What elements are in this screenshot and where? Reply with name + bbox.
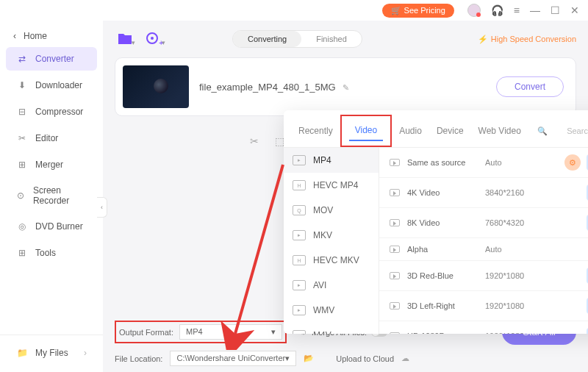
preset-row[interactable]: 3D Red-Blue1920*1080⧉ <box>379 261 588 291</box>
high-speed-conversion[interactable]: ⚡ High Speed Conversion <box>478 35 576 44</box>
output-format-highlight: Output Format: MP4 ▾ <box>115 321 287 343</box>
sidebar-item-my-files[interactable]: 📁My Files› <box>6 341 97 365</box>
sidebar-item-screen-recorder[interactable]: ⊙Screen Recorder <box>6 179 97 212</box>
popup-tab-video[interactable]: Video <box>349 121 383 141</box>
search-icon: 🔍 <box>530 122 555 140</box>
popup-tab-device[interactable]: Device <box>429 121 471 140</box>
sidebar-item-tools[interactable]: ⊞Tools <box>6 241 97 265</box>
video-thumbnail[interactable] <box>123 65 189 108</box>
trim-icon[interactable]: ✂ <box>250 135 259 147</box>
close-icon[interactable]: ✕ <box>570 4 579 16</box>
home-link[interactable]: ‹ Home <box>0 26 103 46</box>
sidebar-item-label: Merger <box>35 160 63 170</box>
settings-icon[interactable]: ⚙ <box>564 154 581 171</box>
popup-tab-video-highlight: Video <box>340 115 392 147</box>
preset-row[interactable]: Same as sourceAuto⚙⧉ <box>379 148 588 178</box>
file-name: file_example_MP4_480_1_5MG <box>199 82 336 93</box>
preset-name: 3D Left-Right <box>407 301 478 310</box>
preset-resolution: 1920*1080 <box>485 271 537 280</box>
output-format-select[interactable]: MP4 ▾ <box>179 324 282 340</box>
format-item-hevc-mkv[interactable]: HHEVC MKV <box>284 248 379 273</box>
format-item-avi[interactable]: ▸AVI <box>284 273 379 298</box>
format-icon: H <box>293 180 306 190</box>
format-label: MOV <box>313 205 333 215</box>
sidebar-item-editor[interactable]: ✂Editor <box>6 126 97 150</box>
format-item-mp4[interactable]: ▸MP4 <box>284 148 379 173</box>
home-label: Home <box>24 31 47 41</box>
see-pricing-button[interactable]: 🛒 See Pricing <box>382 4 454 18</box>
collapse-sidebar-button[interactable]: ‹ <box>97 197 107 218</box>
format-item-m4v[interactable]: ▸M4V <box>284 323 379 334</box>
play-icon <box>390 219 400 226</box>
preset-row[interactable]: HD 1080P1920*1080⧉ <box>379 321 588 334</box>
preset-row[interactable]: 8K Video7680*4320⧉ <box>379 208 588 238</box>
preset-row[interactable]: 4K Video3840*2160⧉ <box>379 178 588 208</box>
preset-name: 8K Video <box>407 218 478 227</box>
format-icon: Q <box>293 205 306 215</box>
edit-name-icon[interactable]: ✎ <box>343 83 349 92</box>
maximize-icon[interactable]: ☐ <box>551 4 560 16</box>
preset-resolution: 1920*1080 <box>485 301 537 310</box>
compressor-icon: ⊟ <box>16 106 28 118</box>
popup-search[interactable]: 🔍 Search <box>530 122 588 140</box>
search-placeholder: Search <box>559 122 588 140</box>
cloud-icon[interactable]: ☁ <box>401 354 409 363</box>
sidebar-item-dvd-burner[interactable]: ◎DVD Burner <box>6 215 97 238</box>
bottombar-row2: File Location: C:\Wondershare UniConvert… <box>115 351 576 366</box>
format-item-mov[interactable]: QMOV <box>284 198 379 223</box>
preset-resolution: 1920*1080 <box>485 332 537 334</box>
tab-finished[interactable]: Finished <box>301 31 362 47</box>
format-icon: ▸ <box>293 155 306 165</box>
high-speed-label: High Speed Conversion <box>491 35 576 43</box>
chevron-left-icon: ‹ <box>13 31 16 41</box>
converter-icon: ⇄ <box>16 53 28 65</box>
preset-row[interactable]: 3D Left-Right1920*1080⧉ <box>379 291 588 321</box>
see-pricing-label: See Pricing <box>404 6 445 15</box>
format-item-hevc-mp4[interactable]: HHEVC MP4 <box>284 173 379 198</box>
sidebar-item-converter[interactable]: ⇄Converter <box>6 47 97 71</box>
sidebar-item-label: My Files <box>35 348 68 358</box>
format-label: HEVC MP4 <box>313 180 358 190</box>
sidebar: ‹ Home ⇄Converter ⬇Downloader ⊟Compresso… <box>0 21 103 372</box>
file-location-select[interactable]: C:\Wondershare UniConverter ▾ <box>170 351 296 366</box>
preset-name: 3D Red-Blue <box>407 271 478 280</box>
support-icon[interactable]: 🎧 <box>491 4 503 16</box>
content-area: ‹ +▾ +▾ Converting Finished ⚡ High Speed… <box>103 21 588 372</box>
format-label: AVI <box>313 280 326 290</box>
preset-row[interactable]: AlphaAuto <box>379 238 588 261</box>
lightning-icon: ⚡ <box>478 35 488 44</box>
convert-button[interactable]: Convert <box>496 76 564 97</box>
output-format-value: MP4 <box>186 327 203 337</box>
sidebar-item-label: Screen Recorder <box>33 185 87 206</box>
format-item-mkv[interactable]: ▸MKV <box>284 223 379 248</box>
chevron-down-icon: ▾ <box>271 327 276 337</box>
popup-tab-recently[interactable]: Recently <box>291 121 340 140</box>
avatar[interactable] <box>467 4 481 17</box>
format-label: MP4 <box>313 155 331 165</box>
popup-tab-audio[interactable]: Audio <box>392 121 429 140</box>
add-disc-button[interactable]: +▾ <box>144 29 166 49</box>
popup-tab-webvideo[interactable]: Web Video <box>471 121 528 140</box>
preset-name: Alpha <box>407 245 478 254</box>
sidebar-item-label: Converter <box>35 54 74 64</box>
format-popup: Recently Video Audio Device Web Video 🔍 … <box>284 110 588 334</box>
downloader-icon: ⬇ <box>16 79 28 91</box>
minimize-icon[interactable]: — <box>530 4 540 16</box>
preset-name: Same as source <box>407 158 478 167</box>
sidebar-item-compressor[interactable]: ⊟Compressor <box>6 100 97 124</box>
file-title-row: file_example_MP4_480_1_5MG ✎ <box>199 82 486 93</box>
merger-icon: ⊞ <box>16 159 28 171</box>
add-file-button[interactable]: +▾ <box>115 29 137 49</box>
sidebar-item-merger[interactable]: ⊞Merger <box>6 153 97 176</box>
format-item-wmv[interactable]: ▸WMV <box>284 298 379 323</box>
format-icon: ▸ <box>293 305 306 315</box>
play-icon <box>390 272 400 279</box>
chevron-right-icon: › <box>84 348 87 358</box>
open-folder-icon[interactable]: 📂 <box>304 354 314 363</box>
file-location-value: C:\Wondershare UniConverter <box>176 354 285 363</box>
sidebar-item-downloader[interactable]: ⬇Downloader <box>6 74 97 97</box>
preset-resolution: Auto <box>485 158 537 167</box>
preset-resolution: Auto <box>485 245 537 254</box>
tab-converting[interactable]: Converting <box>233 31 301 47</box>
menu-icon[interactable]: ≡ <box>514 4 520 16</box>
